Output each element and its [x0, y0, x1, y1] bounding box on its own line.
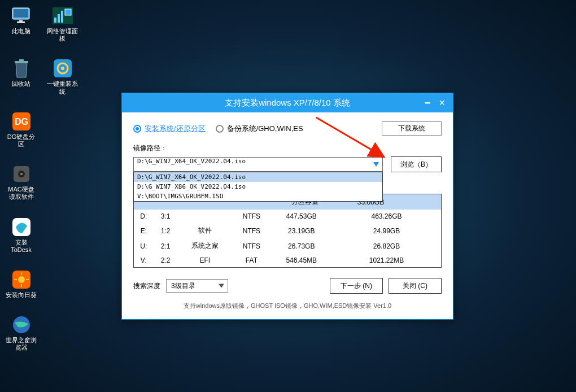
desktop-icon-recycle[interactable]: 回收站: [6, 58, 37, 95]
svg-rect-6: [58, 14, 60, 23]
dg-icon: DG: [10, 111, 33, 132]
chevron-down-icon: [373, 162, 379, 167]
footer-text: 支持windows原版镜像，GHOST ISO镜像，GHO,WIM,ESD镜像安…: [133, 302, 442, 315]
svg-point-13: [61, 67, 64, 70]
image-path-select[interactable]: D:\G_WIN7_X64_OK_V2022.04.iso: [133, 157, 383, 172]
dropdown-option[interactable]: D:\G_WIN7_X64_OK_V2022.04.iso: [134, 172, 382, 182]
monitor-icon: [10, 6, 33, 26]
icon-label: 此电脑: [12, 28, 30, 35]
desktop-icon-net-panel[interactable]: 网络管理面板: [47, 6, 78, 42]
icon-label: 安装向日葵: [6, 291, 37, 299]
table-row[interactable]: D: 3:1 NTFS 447.53GB 463.26GB: [134, 210, 441, 223]
sunflower-icon: [10, 269, 33, 290]
titlebar[interactable]: 支持安装windows XP/7/8/10 系统 ━ ✕: [122, 93, 453, 112]
dropdown-option[interactable]: D:\G_WIN7_X86_OK_V2022.04.iso: [134, 182, 382, 191]
installer-dialog: 支持安装windows XP/7/8/10 系统 ━ ✕ 安装系统/还原分区 备…: [121, 93, 453, 320]
desktop-icon-todesk[interactable]: 安装ToDesk: [6, 217, 37, 254]
icon-label: 世界之窗浏览器: [6, 337, 37, 351]
svg-rect-1: [14, 9, 28, 18]
search-depth-label: 搜索深度: [133, 281, 160, 291]
radio-backup[interactable]: 备份系统/GHO,WIN,ES: [216, 124, 303, 134]
todesk-icon: [10, 217, 33, 237]
image-path-dropdown[interactable]: D:\G_WIN7_X64_OK_V2022.04.iso D:\G_WIN7_…: [133, 172, 383, 202]
desktop-icon-mac[interactable]: MAC硬盘读取软件: [6, 164, 37, 201]
svg-rect-10: [19, 59, 24, 61]
gear-icon: [51, 58, 74, 79]
svg-rect-2: [19, 20, 23, 21]
desktop-icon-this-pc[interactable]: 此电脑: [6, 6, 37, 42]
icon-label: 网络管理面板: [47, 28, 78, 42]
table-row[interactable]: U: 2:1 系统之家 NTFS 26.73GB 26.82GB: [134, 238, 441, 254]
icon-label: 安装ToDesk: [6, 239, 37, 254]
chevron-down-icon: [219, 284, 224, 288]
desktop-icon-dg[interactable]: DG DG硬盘分区: [6, 111, 37, 148]
svg-rect-5: [54, 18, 56, 23]
table-row[interactable]: V: 2:2 EFI FAT 546.45MB 1021.22MB: [134, 254, 441, 267]
image-path-label: 镜像路径：: [133, 143, 442, 153]
mode-radio-row: 安装系统/还原分区 备份系统/GHO,WIN,ES 下载系统: [133, 121, 442, 136]
svg-rect-9: [15, 61, 28, 63]
search-depth-select[interactable]: 3级目录: [166, 279, 228, 293]
download-system-button[interactable]: 下载系统: [382, 121, 442, 136]
desktop-icon-reinstall[interactable]: 一键重装系统: [47, 58, 78, 95]
radio-install-restore[interactable]: 安装系统/还原分区: [133, 124, 206, 134]
svg-text:DG: DG: [15, 117, 28, 127]
partition-table: 分区容量 35.00GB D: 3:1 NTFS 447.53GB 463.26…: [133, 194, 442, 268]
next-button[interactable]: 下一步 (N): [330, 278, 383, 294]
icon-label: MAC硬盘读取软件: [6, 186, 37, 201]
mac-disk-icon: [10, 164, 33, 184]
table-row[interactable]: E: 1:2 软件 NTFS 23.19GB 24.99GB: [134, 223, 441, 238]
desktop-icon-theworld[interactable]: 世界之窗浏览器: [6, 315, 37, 351]
icon-label: DG硬盘分区: [6, 133, 37, 148]
svg-point-18: [20, 173, 23, 175]
trash-icon: [10, 58, 33, 79]
close-dialog-button[interactable]: 关闭 (C): [389, 278, 442, 294]
close-button[interactable]: ✕: [435, 97, 450, 108]
dropdown-option[interactable]: V:\BOOT\IMGS\GRUBFM.ISO: [134, 191, 382, 201]
globe-icon: [10, 315, 33, 335]
svg-rect-8: [65, 9, 71, 15]
svg-rect-7: [61, 11, 63, 23]
svg-point-21: [18, 276, 25, 283]
minimize-button[interactable]: ━: [420, 97, 435, 108]
browse-button[interactable]: 浏览（B）: [391, 156, 442, 172]
desktop: 此电脑 网络管理面板 回收站 一键重装系统: [6, 6, 78, 351]
dialog-title: 支持安装windows XP/7/8/10 系统: [225, 98, 350, 108]
network-icon: [51, 6, 74, 26]
icon-label: 一键重装系统: [47, 80, 78, 95]
desktop-icon-sunflower[interactable]: 安装向日葵: [6, 269, 37, 299]
icon-label: 回收站: [12, 80, 30, 88]
svg-rect-3: [17, 21, 25, 23]
